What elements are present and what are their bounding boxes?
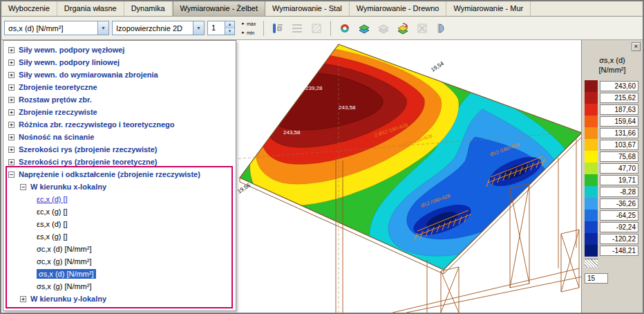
legend-row: -148,21 [585, 245, 643, 257]
tree-item-sily-wezlowej[interactable]: +Siły wewn. podpory węzłowej [3, 44, 236, 56]
tree-item-eps-s-x-g[interactable]: εs,x (g) [] [3, 230, 236, 243]
result-type-value: σs,x (d) [N/mm²] [5, 24, 97, 33]
isoline-panel-icon[interactable] [269, 20, 286, 37]
tree-item-roznica-zbrojenia[interactable]: +Różnica zbr. rzeczywistego i teoretyczn… [3, 118, 236, 131]
expand-icon[interactable]: + [8, 159, 15, 165]
tree-item-label: Siły wewn. podpory węzłowej [19, 46, 124, 54]
spinner-down-icon[interactable]: ▼ [225, 28, 234, 35]
tree-item-label: εc,x (d) [] [37, 195, 68, 203]
expand-icon[interactable]: + [8, 84, 15, 91]
tab-wymiarowanie-drewno[interactable]: Wymiarowanie - Drewno [350, 1, 447, 16]
tree-item-sigma-c-x-d[interactable]: σc,x (d) [N/mm²] [3, 243, 236, 255]
tree-item-label: Szerokości rys (zbrojenie teoretyczne) [19, 158, 158, 166]
half-cylinder-icon[interactable] [433, 20, 450, 37]
legend-color-swatch [585, 139, 598, 151]
section-pipe-icon[interactable] [337, 20, 353, 37]
results-toolbar: σs,x (d) [N/mm²] ▼ Izopowierzchnie 2D ▼ … [1, 17, 643, 40]
tab-wymiarowanie-stal[interactable]: Wymiarowanie - Stal [265, 1, 350, 16]
close-icon[interactable]: × [632, 42, 641, 51]
hatch-fill-icon[interactable] [308, 20, 325, 37]
legend-color-swatch [585, 92, 598, 104]
legend-color-swatch [585, 186, 598, 198]
tab-wymiarowanie-zelbet[interactable]: Wymiarowanie - Żelbet [173, 1, 265, 16]
expand-icon[interactable]: + [8, 72, 15, 78]
stress-value-label: 239,28 [305, 85, 323, 91]
tree-item-sily-wymiarowania[interactable]: +Siły wewn. do wymiarowania zbrojenia [3, 68, 236, 81]
stress-value-label: 239,28 [249, 129, 266, 136]
expand-icon[interactable]: + [20, 296, 26, 302]
legend-panel: × σs,x (d) [N/mm²] 243,60 215,62 187,63 … [581, 40, 643, 313]
surfaces-gray-icon[interactable] [375, 20, 392, 37]
layers-arrow-icon[interactable] [395, 20, 411, 37]
tab-wyboczenie[interactable]: Wyboczenie [1, 1, 57, 16]
legend-row: 47,70 [585, 163, 643, 174]
contour-plot-3d-view[interactable]: 239,28 243,58 239,28 239,28 243,58 19,54… [234, 40, 586, 313]
tree-item-kierunek-x[interactable]: −W kierunku x-lokalny [3, 181, 236, 193]
legend-row: -36,26 [585, 198, 643, 210]
expand-icon[interactable]: + [8, 147, 15, 153]
show-min-button[interactable]: ►min [239, 28, 258, 37]
tree-item-kierunek-y[interactable]: +W kierunku y-lokalny [3, 293, 236, 305]
tree-item-zbrojenie-teoretyczne[interactable]: +Zbrojenie teoretyczne [3, 81, 236, 93]
tree-item-eps-c-x-d[interactable]: εc,x (d) [] [3, 193, 236, 205]
legend-row: 131,66 [585, 127, 643, 139]
expand-icon[interactable]: + [8, 122, 15, 128]
legend-color-swatch [585, 104, 598, 116]
tab-drgania-wlasne[interactable]: Drgania własne [57, 1, 124, 16]
expand-icon[interactable]: + [8, 134, 15, 140]
tree-item-label: Szerokości rys (zbrojenie rzeczywiste) [19, 145, 158, 154]
legend-color-swatch [585, 163, 598, 174]
legend-color-swatch [585, 127, 598, 139]
increment-spinner[interactable]: 1 ▲ ▼ [207, 21, 235, 35]
mesh-cross-icon[interactable] [414, 20, 430, 37]
result-type-combobox[interactable]: σs,x (d) [N/mm²] ▼ [4, 21, 109, 35]
tree-item-label: Naprężenie i odkształcenie (zbrojenie rz… [19, 170, 200, 178]
legend-value: 215,62 [600, 93, 638, 103]
tree-item-naprezenie-odksztalcenie[interactable]: −Naprężenie i odkształcenie (zbrojenie r… [3, 168, 236, 181]
legend-steps-field[interactable]: 15 [585, 273, 608, 284]
tree-item-label: Siły wewn. podpory liniowej [19, 58, 120, 66]
spinner-up-icon[interactable]: ▲ [225, 21, 234, 28]
legend-value: 131,66 [600, 128, 638, 138]
isolines-icon[interactable] [289, 20, 305, 37]
expand-icon[interactable]: + [8, 109, 15, 116]
legend-color-swatch [585, 151, 598, 163]
expand-icon[interactable]: + [8, 47, 15, 53]
tree-item-sily-liniowej[interactable]: +Siły wewn. podpory liniowej [3, 56, 236, 68]
legend-color-swatch [585, 245, 598, 257]
legend-color-swatch [585, 221, 598, 233]
expand-icon[interactable]: + [8, 97, 15, 103]
tree-item-label: Zbrojenie rzeczywiste [19, 108, 97, 116]
results-tab-bar: Wyboczenie Drgania własne Dynamika Wymia… [1, 1, 643, 17]
legend-scale: 243,60 215,62 187,63 159,64 131,66 103,6… [585, 80, 643, 268]
legend-hatch-swatch [585, 259, 598, 267]
tree-item-szerokosci-rys-rzecz[interactable]: +Szerokości rys (zbrojenie rzeczywiste) [3, 143, 236, 156]
tree-item-rozstaw-pretow[interactable]: +Rozstaw prętów zbr. [3, 93, 236, 106]
tree-item-eps-c-x-g[interactable]: εc,x (g) [] [3, 205, 236, 218]
min-arrow-icon: ► [241, 30, 245, 35]
collapse-icon[interactable]: − [8, 172, 15, 178]
expand-icon[interactable]: + [8, 59, 15, 66]
show-max-button[interactable]: ►max [239, 19, 258, 28]
tab-dynamika[interactable]: Dynamika [124, 1, 173, 16]
max-label: max [247, 21, 256, 26]
display-mode-combobox[interactable]: Izopowierzchnie 2D ▼ [112, 21, 205, 35]
surfaces-stack-icon[interactable] [356, 20, 372, 37]
chevron-down-icon[interactable]: ▼ [97, 21, 108, 35]
tree-item-label: σs,x (d) [N/mm²] [37, 269, 96, 279]
legend-row: 187,63 [585, 104, 643, 116]
tab-wymiarowanie-mur[interactable]: Wymiarowanie - Mur [446, 1, 531, 16]
tree-item-sigma-s-x-g[interactable]: σs,x (g) [N/mm²] [3, 280, 236, 293]
collapse-icon[interactable]: − [20, 184, 26, 190]
tree-item-nosnosc-scinanie[interactable]: +Nośność na ścinanie [3, 131, 236, 143]
tree-item-eps-s-x-d[interactable]: εs,x (d) [] [3, 218, 236, 230]
tree-item-zbrojenie-rzeczywiste[interactable]: +Zbrojenie rzeczywiste [3, 106, 236, 118]
legend-row: 159,64 [585, 116, 643, 127]
tree-item-sigma-s-x-d-selected[interactable]: σs,x (d) [N/mm²] [3, 268, 236, 280]
tree-item-szerokosci-rys-teor[interactable]: +Szerokości rys (zbrojenie teoretyczne) [3, 156, 236, 168]
chevron-down-icon[interactable]: ▼ [193, 21, 204, 35]
tree-item-label: Różnica zbr. rzeczywistego i teoretyczne… [19, 120, 175, 129]
tree-item-sigma-c-x-g[interactable]: σc,x (g) [N/mm²] [3, 255, 236, 268]
legend-color-swatch [585, 198, 598, 210]
legend-color-swatch [585, 80, 598, 92]
